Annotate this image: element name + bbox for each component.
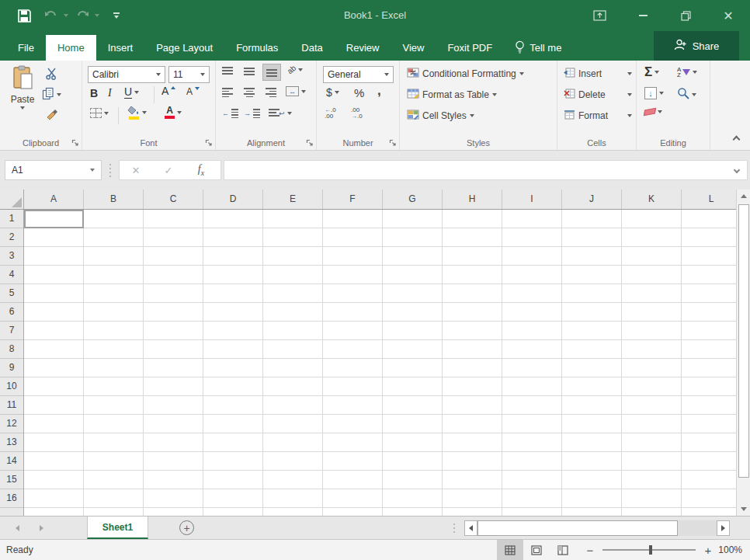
row-header-7[interactable]: 7 (0, 322, 23, 340)
autosum-button[interactable]: Σ (644, 64, 659, 80)
zoom-slider-thumb[interactable] (649, 545, 652, 555)
fill-color-button[interactable] (127, 106, 147, 120)
bold-button[interactable]: B (90, 87, 98, 99)
increase-decimal-button[interactable]: ←.0.00 (325, 107, 336, 120)
zoom-in-button[interactable]: + (702, 544, 714, 557)
row-header-5[interactable]: 5 (0, 284, 23, 303)
insert-cells-button[interactable]: Insert (564, 68, 632, 80)
horizontal-scroll-thumb[interactable] (477, 520, 678, 536)
column-header-D[interactable]: D (203, 190, 263, 209)
page-break-preview-button[interactable] (550, 540, 576, 560)
column-header-F[interactable]: F (323, 190, 383, 209)
column-header-J[interactable]: J (562, 190, 622, 209)
format-as-table-button[interactable]: Format as Table (407, 89, 497, 101)
column-header-E[interactable]: E (263, 190, 323, 209)
zoom-out-button[interactable]: − (584, 544, 596, 557)
row-header-8[interactable]: 8 (0, 340, 23, 359)
row-header-3[interactable]: 3 (0, 247, 23, 266)
column-header-B[interactable]: B (84, 190, 144, 209)
row-header-15[interactable]: 15 (0, 471, 23, 489)
select-all-button[interactable] (0, 190, 24, 209)
tab-home[interactable]: Home (46, 35, 96, 61)
vertical-scrollbar[interactable] (736, 190, 750, 516)
number-dialog-launcher[interactable] (389, 138, 397, 146)
font-color-button[interactable]: A (165, 106, 182, 119)
conditional-formatting-button[interactable]: Conditional Formatting (407, 68, 524, 80)
scroll-left-button[interactable] (464, 520, 477, 536)
decrease-decimal-button[interactable]: .00→.0 (351, 107, 363, 120)
insert-function-icon[interactable]: fx (185, 163, 217, 177)
row-header-14[interactable]: 14 (0, 452, 23, 471)
row-header-10[interactable]: 10 (0, 377, 23, 396)
scroll-up-button[interactable] (738, 190, 750, 203)
format-painter-button[interactable] (45, 107, 59, 123)
tab-tell-me[interactable]: Tell me (504, 35, 572, 61)
row-header-2[interactable]: 2 (0, 228, 23, 247)
horizontal-scroll-track[interactable] (477, 520, 717, 536)
scroll-down-button[interactable] (738, 503, 750, 516)
column-header-K[interactable]: K (622, 190, 682, 209)
clear-button[interactable] (644, 109, 662, 115)
font-family-combo[interactable]: Calibri (88, 66, 165, 83)
tab-data[interactable]: Data (290, 35, 334, 61)
row-header-4[interactable]: 4 (0, 266, 23, 284)
active-cell-A1[interactable] (24, 210, 84, 228)
row-header-1[interactable]: 1 (0, 210, 23, 228)
next-sheet-arrow[interactable] (40, 525, 43, 531)
font-dialog-launcher[interactable] (205, 138, 213, 146)
name-box-dropdown[interactable] (90, 169, 95, 172)
tab-review[interactable]: Review (335, 35, 391, 61)
new-sheet-button[interactable]: + (179, 520, 194, 535)
delete-cells-button[interactable]: Delete (564, 89, 632, 101)
paste-button[interactable]: Paste (6, 65, 39, 126)
align-center-button[interactable] (244, 88, 255, 97)
decrease-indent-button[interactable]: ← (222, 109, 238, 118)
copy-button[interactable] (42, 87, 61, 103)
cancel-icon[interactable]: ✕ (120, 165, 152, 176)
name-box[interactable]: A1 (5, 160, 102, 180)
merge-center-button[interactable]: ↔ (286, 86, 306, 96)
fill-button[interactable]: ↓ (644, 87, 664, 99)
tab-foxit-pdf[interactable]: Foxit PDF (436, 35, 504, 61)
column-header-I[interactable]: I (502, 190, 562, 209)
tab-page-layout[interactable]: Page Layout (144, 35, 224, 61)
tab-formulas[interactable]: Formulas (224, 35, 290, 61)
ribbon-display-options-icon[interactable] (590, 0, 609, 31)
vertical-scroll-thumb[interactable] (738, 204, 749, 478)
number-format-combo[interactable]: General (323, 66, 394, 83)
restore-button[interactable] (676, 0, 695, 31)
accounting-format-button[interactable]: $ (326, 86, 339, 99)
find-select-button[interactable] (677, 87, 696, 102)
orientation-button[interactable]: ab (287, 65, 303, 74)
tab-bar-drag-handle[interactable] (453, 523, 455, 533)
percent-style-button[interactable]: % (354, 86, 364, 99)
tab-insert[interactable]: Insert (96, 35, 145, 61)
wrap-text-button[interactable]: ↩ (269, 109, 292, 118)
middle-align-button[interactable] (244, 67, 255, 76)
column-header-A[interactable]: A (24, 190, 84, 209)
enter-icon[interactable]: ✓ (152, 165, 185, 176)
cut-button[interactable] (45, 67, 58, 82)
grow-font-button[interactable]: A (161, 85, 175, 97)
expand-formula-bar-icon[interactable] (734, 167, 740, 173)
zoom-slider[interactable] (602, 549, 696, 551)
horizontal-scrollbar[interactable] (464, 520, 730, 536)
page-layout-view-button[interactable] (523, 540, 550, 560)
zoom-percentage[interactable]: 100% (714, 544, 750, 555)
tab-file[interactable]: File (6, 35, 46, 61)
close-button[interactable]: ✕ (719, 0, 738, 31)
bottom-align-button[interactable] (262, 64, 281, 81)
column-header-H[interactable]: H (443, 190, 502, 209)
font-size-combo[interactable]: 11 (168, 66, 210, 83)
borders-button[interactable] (90, 108, 109, 118)
sheet-tab-sheet1[interactable]: Sheet1 (87, 517, 148, 539)
prev-sheet-arrow[interactable] (16, 525, 19, 531)
alignment-dialog-launcher[interactable] (306, 138, 314, 146)
italic-button[interactable]: I (108, 87, 112, 99)
shrink-font-button[interactable]: A (186, 86, 200, 97)
collapse-ribbon-button[interactable] (733, 136, 741, 144)
comma-style-button[interactable]: , (377, 83, 381, 99)
row-header-12[interactable]: 12 (0, 415, 23, 433)
row-header-9[interactable]: 9 (0, 359, 23, 377)
normal-view-button[interactable] (497, 540, 523, 560)
